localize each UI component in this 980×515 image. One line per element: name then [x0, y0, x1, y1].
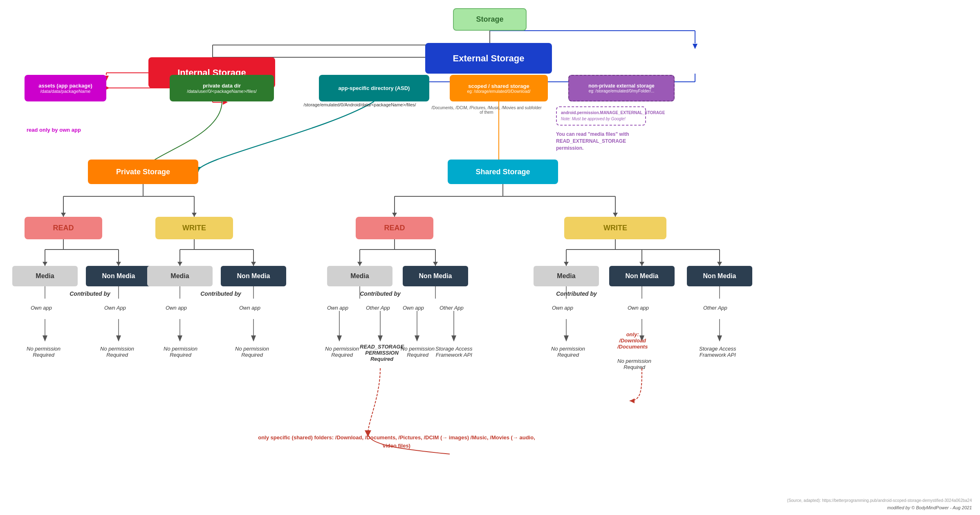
storage-node: Storage [453, 8, 527, 31]
svg-marker-98 [116, 335, 121, 342]
w1-nonmedia-own-app: Own app [239, 305, 260, 311]
svg-marker-68 [251, 262, 256, 266]
r1-non-media-node: Non Media [86, 266, 151, 286]
svg-marker-100 [177, 335, 182, 342]
svg-marker-58 [43, 262, 47, 266]
w2-non-media-1-node: Non Media [609, 266, 675, 286]
w2-nm2-other-app: Other App [703, 305, 727, 311]
svg-marker-108 [415, 335, 419, 342]
svg-marker-85 [717, 262, 722, 266]
w1-media-node: Media [147, 266, 213, 286]
r2-media-other-app: Other App [366, 305, 390, 311]
read-1-node: READ [25, 217, 102, 239]
contrib-2: Contributed by [159, 290, 282, 297]
w1-non-media-node: Non Media [221, 266, 286, 286]
w2-media-node: Media [534, 266, 599, 286]
w2-media-noperm: No permissionRequired [551, 346, 585, 358]
private-storage-node: Private Storage [88, 160, 198, 184]
w2-nm1-noperm: No permissionRequired [617, 358, 651, 370]
svg-marker-102 [251, 335, 256, 342]
svg-marker-110 [451, 335, 456, 342]
svg-marker-104 [337, 335, 342, 342]
svg-marker-117 [630, 398, 635, 403]
read-external-note: You can read "media files" with READ_EXT… [556, 131, 646, 151]
assets-node: assets (app package) /data/data/packageN… [25, 75, 106, 101]
r2-nm-noperm: No permissionRequired [401, 346, 435, 358]
non-private-storage-node: non-private external storage eg: /storag… [568, 75, 675, 101]
private-data-dir-node: private data dir /data/user/0/<packageNa… [170, 75, 274, 101]
r2-nonmedia-own-app: Own app [403, 305, 424, 311]
contrib-1: Contributed by [29, 290, 151, 297]
svg-marker-44 [61, 213, 66, 217]
modified-note: modified by © BodyMindPower - Aug 2021 [887, 505, 972, 510]
svg-marker-112 [564, 335, 569, 342]
r2-media-read-perm: READ_STORAGEPERMISSIONRequired [360, 344, 404, 362]
r1-nonmedia-own-app: Own App [104, 305, 126, 311]
contrib-4: Contributed by [515, 290, 638, 297]
r2-media-node: Media [327, 266, 392, 286]
source-note: (Source, adapted): https://betterprogram… [787, 498, 972, 503]
specific-folders-note: only specific (shared) folders: /Downloa… [253, 434, 540, 450]
r2-nm-saf: Storage AccessFramework API [435, 346, 473, 358]
external-storage-node: External Storage [425, 43, 552, 74]
w1-nm-noperm: No permissionRequired [235, 346, 269, 358]
svg-marker-47 [192, 213, 197, 217]
r2-media-own-app: Own app [327, 305, 348, 311]
r1-media-noperm: No permissionRequired [27, 346, 61, 358]
svg-marker-79 [564, 262, 569, 266]
svg-marker-96 [43, 335, 47, 342]
svg-marker-51 [392, 213, 397, 217]
svg-marker-106 [378, 335, 383, 342]
read-2-node: READ [356, 217, 433, 239]
read-only-label: read only by own app [27, 127, 81, 133]
svg-marker-61 [116, 262, 121, 266]
shared-storage-node: Shared Storage [448, 160, 558, 184]
asd-node: app-specific directory (ASD) [319, 75, 429, 101]
svg-marker-116 [717, 335, 722, 342]
contrib-3: Contributed by [319, 290, 442, 297]
svg-marker-75 [433, 262, 438, 266]
scoped-desc-label: /Documents, /DCIM, /Pictures, /Music, /M… [429, 106, 544, 115]
svg-marker-65 [177, 262, 182, 266]
r2-non-media-node: Non Media [403, 266, 468, 286]
write-2-node: WRITE [564, 217, 666, 239]
w2-non-media-2-node: Non Media [687, 266, 752, 286]
w1-media-noperm: No permissionRequired [164, 346, 197, 358]
svg-marker-54 [613, 213, 618, 217]
r2-nonmedia-other-app: Other App [440, 305, 464, 311]
svg-marker-18 [693, 44, 697, 49]
scoped-storage-node: scoped / shared storage eg: /storage/emu… [450, 75, 548, 101]
asd-path-label: /storage/emulated/0/Android/data/<packag… [303, 102, 417, 107]
w2-nm2-saf: Storage AccessFramework API [699, 346, 736, 358]
r1-media-node: Media [12, 266, 78, 286]
write-1-node: WRITE [155, 217, 233, 239]
non-private-perm-note: android.permission.MANAGE_EXTERNAL_STORA… [556, 106, 646, 126]
svg-marker-82 [639, 262, 644, 266]
r1-media-own-app: Own app [31, 305, 52, 311]
svg-marker-72 [357, 262, 362, 266]
w2-nm1-only: only:/Download/Documents [617, 331, 648, 350]
w2-media-own-app: Own app [552, 305, 573, 311]
storage-diagram: Storage Internal Storage External Storag… [0, 0, 980, 515]
w2-nm1-own-app: Own app [628, 305, 649, 311]
r2-media-noperm: No permissionRequired [325, 346, 359, 358]
w1-media-own-app: Own app [166, 305, 187, 311]
r1-nm-noperm: No permissionRequired [100, 346, 134, 358]
